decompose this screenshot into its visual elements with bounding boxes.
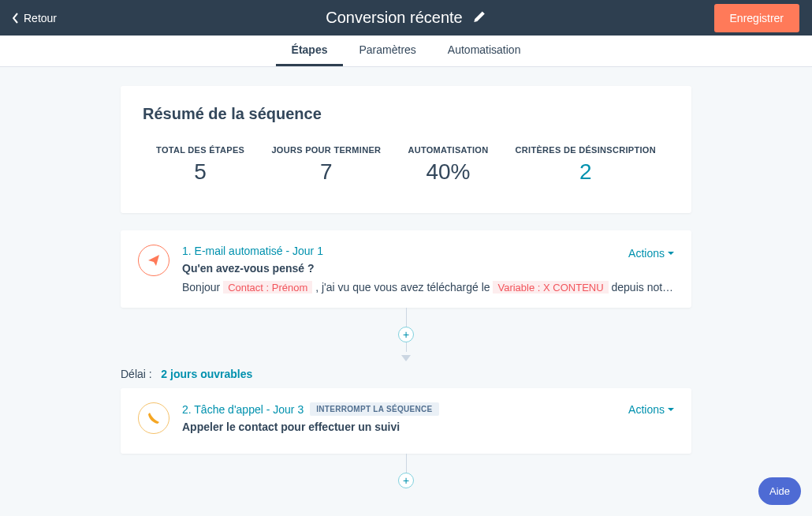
connector: +	[121, 454, 691, 488]
step-type-label: 2. Tâche d'appel - Jour 3	[182, 403, 304, 416]
step-subject: Appeler le contact pour effectuer un sui…	[182, 421, 674, 433]
stat-value[interactable]: 2	[516, 159, 656, 185]
tab-settings[interactable]: Paramètres	[343, 36, 431, 66]
stat-label: JOURS POUR TERMINER	[271, 145, 381, 155]
top-bar: Retour Conversion récente Enregistrer	[0, 0, 812, 36]
tab-steps[interactable]: Étapes	[276, 36, 344, 66]
actions-button[interactable]: Actions	[628, 247, 674, 260]
step-subject: Qu'en avez-vous pensé ?	[182, 262, 674, 275]
title-wrap: Conversion récente	[326, 9, 486, 27]
delay-row: Délai : 2 jours ouvrables	[121, 368, 691, 380]
save-button[interactable]: Enregistrer	[714, 4, 799, 32]
stat-value: 7	[271, 159, 381, 185]
actions-button[interactable]: Actions	[628, 403, 674, 416]
step-card-1: 1. E-mail automatisé - Jour 1 Actions Qu…	[121, 230, 691, 308]
back-label: Retour	[24, 12, 57, 24]
help-button[interactable]: Aide	[758, 477, 801, 505]
stat-label: CRITÈRES DE DÉSINSCRIPTION	[516, 145, 656, 155]
token-contact[interactable]: Contact : Prénom	[223, 281, 312, 294]
stat-value: 5	[156, 159, 244, 185]
content: Résumé de la séquence TOTAL DES ÉTAPES 5…	[0, 67, 812, 488]
stats-row: TOTAL DES ÉTAPES 5 JOURS POUR TERMINER 7…	[143, 145, 669, 185]
preview-text: , j'ai vu que vous avez téléchargé le	[315, 281, 493, 294]
stat-total-steps: TOTAL DES ÉTAPES 5	[156, 145, 244, 185]
back-button[interactable]: Retour	[13, 12, 57, 24]
add-step-button[interactable]: +	[398, 473, 414, 488]
summary-card: Résumé de la séquence TOTAL DES ÉTAPES 5…	[121, 86, 691, 213]
vertical-line	[406, 454, 407, 473]
stat-days: JOURS POUR TERMINER 7	[271, 145, 381, 185]
paper-plane-icon	[138, 245, 169, 276]
actions-label: Actions	[628, 247, 665, 260]
stat-value: 40%	[408, 159, 488, 185]
interrupt-badge: INTERROMPT LA SÉQUENCE	[310, 402, 438, 416]
phone-icon	[138, 402, 169, 434]
page-title: Conversion récente	[326, 9, 462, 27]
tab-automation[interactable]: Automatisation	[432, 36, 537, 66]
tabs: Étapes Paramètres Automatisation	[0, 36, 812, 67]
step-card-2: 2. Tâche d'appel - Jour 3 INTERROMPT LA …	[121, 388, 691, 454]
stat-unsub: CRITÈRES DE DÉSINSCRIPTION 2	[516, 145, 656, 185]
step-preview: Bonjour Contact : Prénom , j'ai vu que v…	[182, 281, 674, 294]
chevron-down-icon	[668, 252, 674, 255]
step-type-label: 1. E-mail automatisé - Jour 1	[182, 245, 323, 257]
stat-automation: AUTOMATISATION 40%	[408, 145, 488, 185]
pencil-icon[interactable]	[474, 10, 486, 26]
stat-label: TOTAL DES ÉTAPES	[156, 145, 244, 155]
preview-text: depuis notre site web et je sou…	[612, 281, 675, 294]
delay-label: Délai :	[121, 368, 152, 380]
arrow-down-icon	[401, 350, 411, 365]
delay-value-link[interactable]: 2 jours ouvrables	[161, 368, 252, 380]
connector: +	[121, 308, 691, 365]
preview-text: Bonjour	[182, 281, 223, 294]
token-content[interactable]: Variable : X CONTENU	[493, 281, 608, 294]
add-step-button[interactable]: +	[398, 327, 414, 342]
chevron-down-icon	[668, 408, 674, 411]
actions-label: Actions	[628, 403, 665, 416]
vertical-line	[406, 308, 407, 327]
chevron-left-icon	[13, 13, 19, 24]
stat-label: AUTOMATISATION	[408, 145, 488, 155]
summary-title: Résumé de la séquence	[143, 105, 669, 123]
